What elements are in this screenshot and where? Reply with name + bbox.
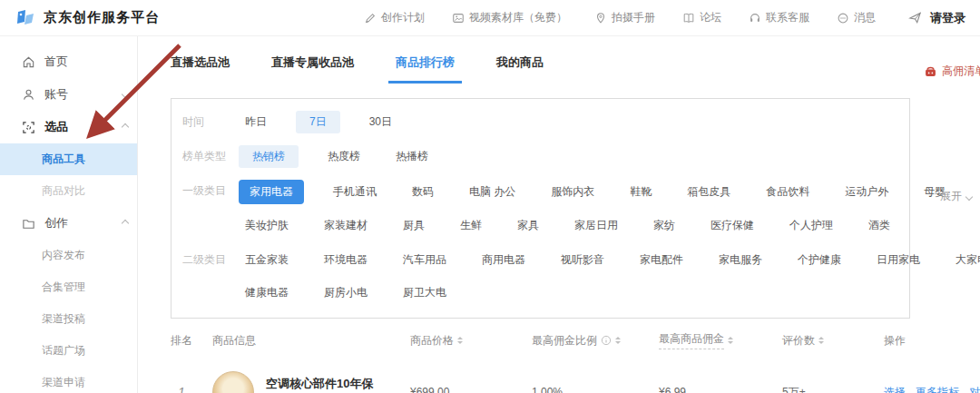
expand-link[interactable]: 展开 xyxy=(940,189,972,204)
app-title: 京东创作服务平台 xyxy=(44,9,160,26)
sidebar-item[interactable]: 话题广场 xyxy=(0,335,137,367)
filter-option[interactable]: 厨具 xyxy=(397,214,431,237)
filter-option[interactable]: 美妆护肤 xyxy=(239,214,295,237)
filter-label: 时间 xyxy=(182,111,239,130)
filter-option[interactable]: 视听影音 xyxy=(554,249,611,271)
sort-icon[interactable] xyxy=(818,337,824,344)
header-nav-material[interactable]: 视频素材库（免费） xyxy=(452,10,567,25)
paper-plane-icon xyxy=(908,11,922,25)
sidebar-item[interactable]: 渠道申请 xyxy=(0,367,137,393)
filter-option[interactable]: 昨日 xyxy=(239,111,273,133)
tab[interactable]: 直播专属收品池 xyxy=(271,54,354,84)
filter-option[interactable]: 五金家装 xyxy=(239,249,295,271)
filter-option[interactable]: 健康电器 xyxy=(239,281,295,304)
folder-icon xyxy=(22,217,35,231)
login-area[interactable]: 请登录 xyxy=(908,10,965,26)
tab[interactable]: 我的商品 xyxy=(496,54,544,84)
sidebar-item[interactable]: 合集管理 xyxy=(0,271,137,303)
chevron-down-icon xyxy=(122,91,129,98)
col-commission-ratio[interactable]: 最高佣金比例 xyxy=(532,333,659,349)
compare-action[interactable]: 对比 xyxy=(969,385,980,393)
header-nav-label: 消息 xyxy=(854,10,876,25)
filter-option[interactable]: 家居日用 xyxy=(568,214,624,237)
filter-option[interactable]: 酒类 xyxy=(862,214,897,237)
filter-option[interactable]: 运动户外 xyxy=(838,181,895,203)
sidebar-item-home[interactable]: 首页 xyxy=(0,45,137,78)
tab-bar: 直播选品池直播专属收品池商品排行榜我的商品 xyxy=(171,54,980,84)
high-commission-link[interactable]: 高佣清单 xyxy=(924,64,980,79)
filter-row-category2: 二级类目 五金家装环境电器汽车用品商用电器视听影音家电配件家电服务个护健康日用家… xyxy=(182,249,900,304)
header-nav-messages[interactable]: 消息 xyxy=(837,10,876,25)
filter-option[interactable]: 个护健康 xyxy=(791,249,848,271)
filter-option[interactable]: 家具 xyxy=(511,214,545,237)
sort-icon[interactable] xyxy=(457,337,463,344)
col-reviews[interactable]: 评价数 xyxy=(782,333,884,349)
tab[interactable]: 商品排行榜 xyxy=(396,54,455,84)
product-title[interactable]: 空调核心部件10年保 xyxy=(266,376,373,392)
header-nav-service[interactable]: 联系客服 xyxy=(749,10,809,25)
filter-option[interactable]: 生鲜 xyxy=(454,214,488,237)
sidebar-item-account[interactable]: 账号 xyxy=(0,78,137,111)
filter-option[interactable]: 电脑 办公 xyxy=(463,181,522,203)
col-rank: 排名 xyxy=(171,333,212,349)
sidebar-item-creation[interactable]: 创作 xyxy=(0,207,137,240)
filter-option[interactable]: 汽车用品 xyxy=(397,249,453,271)
sidebar-item[interactable]: 渠道投稿 xyxy=(0,303,137,335)
filter-option[interactable]: 手机通讯 xyxy=(327,181,383,203)
filter-option[interactable]: 热播榜 xyxy=(389,145,435,168)
filter-option[interactable]: 医疗保健 xyxy=(704,214,760,237)
filter-option[interactable]: 箱包皮具 xyxy=(681,181,737,203)
sidebar-creation-group: 内容发布合集管理渠道投稿话题广场渠道申请直播后台 xyxy=(0,240,137,393)
sidebar-item-product-tool[interactable]: 商品工具 xyxy=(0,143,137,175)
product-info-cell[interactable]: 空调核心部件10年保 自营 xyxy=(212,371,410,393)
header-nav-forum[interactable]: 论坛 xyxy=(682,10,721,25)
col-price[interactable]: 商品价格 xyxy=(410,333,532,349)
filter-option[interactable]: 热度榜 xyxy=(321,145,367,168)
red-pouch-icon xyxy=(924,64,937,78)
filter-option[interactable]: 数码 xyxy=(406,181,440,203)
sidebar-item[interactable]: 内容发布 xyxy=(0,240,137,271)
filter-row-time: 时间 昨日7日30日 xyxy=(182,111,900,133)
category1-options-line2: 美妆护肤家装建材厨具生鲜家具家居日用家纺医疗保健个人护理酒类 xyxy=(239,214,952,237)
header-nav: 创作计划 视频素材库（免费） 拍摄手册 论坛 联系客服 消息 xyxy=(364,10,876,25)
filter-option[interactable]: 厨卫大电 xyxy=(397,281,453,304)
col-max-commission[interactable]: 最高商品佣金 xyxy=(659,331,782,349)
filter-option[interactable]: 日用家电 xyxy=(870,249,926,271)
filter-option[interactable]: 环境电器 xyxy=(318,249,374,271)
filter-option[interactable]: 家装建材 xyxy=(318,214,374,237)
login-button[interactable]: 请登录 xyxy=(930,10,965,26)
row-actions: 选择 更多指标 对比 xyxy=(884,385,980,393)
headset-icon xyxy=(749,12,761,25)
filter-option[interactable]: 厨房小电 xyxy=(318,281,374,304)
header-nav-plan[interactable]: 创作计划 xyxy=(364,10,425,25)
filter-option[interactable]: 热销榜 xyxy=(239,145,299,168)
filter-row-category1: 一级类目 家用电器手机通讯数码电脑 办公服饰内衣鞋靴箱包皮具食品饮料运动户外母婴… xyxy=(182,180,900,237)
reviews-count: 5万+ xyxy=(782,385,884,393)
chevron-up-icon xyxy=(122,123,129,131)
filter-option[interactable]: 家电服务 xyxy=(712,249,769,271)
header-nav-manual[interactable]: 拍摄手册 xyxy=(594,10,655,25)
filter-option[interactable]: 30日 xyxy=(363,111,398,133)
filter-option[interactable]: 家纺 xyxy=(647,214,681,237)
select-action[interactable]: 选择 xyxy=(884,385,906,393)
high-commission-label: 高佣清单 xyxy=(942,64,980,79)
logo[interactable]: 京东创作服务平台 xyxy=(15,8,160,28)
sidebar-item-product-compare[interactable]: 商品对比 xyxy=(0,175,137,207)
header-nav-label: 视频素材库（免费） xyxy=(469,10,567,25)
tab[interactable]: 直播选品池 xyxy=(171,54,230,84)
filter-option[interactable]: 食品饮料 xyxy=(760,181,816,203)
sort-icon[interactable] xyxy=(615,337,621,344)
filter-option[interactable]: 大家电 xyxy=(949,249,980,271)
filter-option[interactable]: 商用电器 xyxy=(475,249,532,271)
filter-option[interactable]: 服饰内衣 xyxy=(544,181,601,203)
sort-icon[interactable] xyxy=(728,337,733,344)
time-options: 昨日7日30日 xyxy=(239,111,398,133)
filter-option[interactable]: 鞋靴 xyxy=(623,181,658,203)
product-thumbnail[interactable] xyxy=(212,371,254,393)
filter-option[interactable]: 7日 xyxy=(296,111,340,133)
filter-option[interactable]: 个人护理 xyxy=(783,214,839,237)
filter-option[interactable]: 家用电器 xyxy=(239,180,304,204)
filter-option[interactable]: 家电配件 xyxy=(633,249,690,271)
sidebar-item-selection[interactable]: 选品 xyxy=(0,111,137,143)
more-metrics-action[interactable]: 更多指标 xyxy=(916,385,959,393)
